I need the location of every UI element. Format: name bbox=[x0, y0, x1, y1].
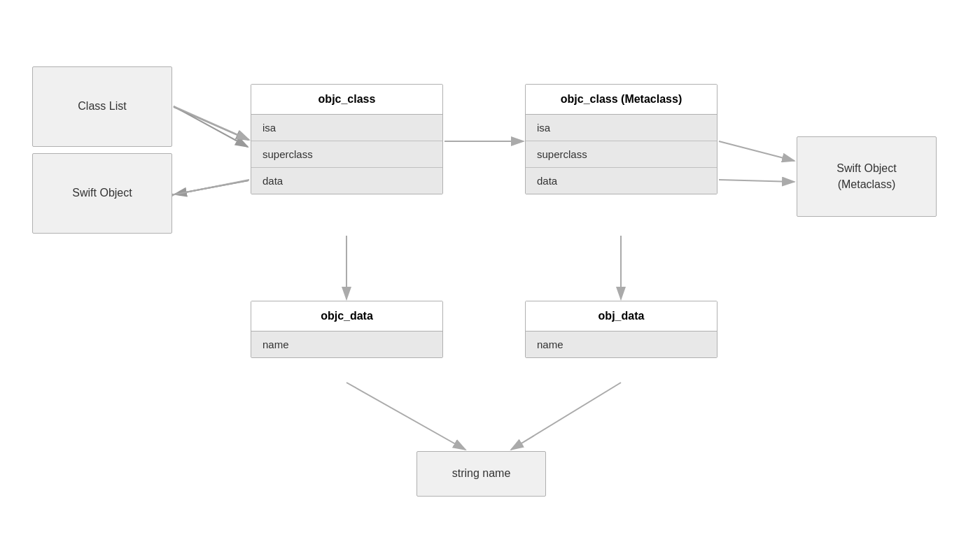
svg-line-4 bbox=[174, 180, 248, 194]
objc-class-meta-box: objc_class (Metaclass) isa superclass da… bbox=[525, 84, 718, 194]
objc-class-meta-row-data: data bbox=[526, 168, 717, 194]
class-list-box: Class List bbox=[32, 66, 172, 147]
diagram-container: Class List Swift Object objc_class isa s… bbox=[0, 0, 980, 556]
swift-object-label: Swift Object bbox=[72, 185, 132, 201]
objc-class-row-isa: isa bbox=[251, 115, 442, 141]
svg-line-3 bbox=[174, 107, 248, 140]
svg-line-8 bbox=[174, 106, 249, 140]
svg-line-12 bbox=[719, 180, 794, 182]
string-name-label: string name bbox=[452, 466, 511, 481]
objc-data-box: objc_data name bbox=[251, 301, 443, 358]
objc-data-title: objc_data bbox=[251, 301, 442, 332]
objc-class-meta-row-superclass: superclass bbox=[526, 141, 717, 168]
objc-class-box: objc_class isa superclass data bbox=[251, 84, 443, 194]
svg-line-2 bbox=[174, 106, 248, 147]
objc-class-row-superclass: superclass bbox=[251, 141, 442, 168]
swift-object-meta-box: Swift Object(Metaclass) bbox=[797, 136, 937, 217]
svg-line-11 bbox=[719, 141, 794, 161]
string-name-box: string name bbox=[416, 451, 546, 497]
swift-object-meta-label: Swift Object(Metaclass) bbox=[836, 161, 896, 192]
swift-object-box: Swift Object bbox=[32, 153, 172, 234]
objc-class-meta-row-isa: isa bbox=[526, 115, 717, 141]
svg-line-5 bbox=[174, 180, 248, 194]
objc-data-row-name: name bbox=[251, 332, 442, 357]
objc-class-title: objc_class bbox=[251, 85, 442, 115]
objc-class-row-data: data bbox=[251, 168, 442, 194]
objc-class-meta-title: objc_class (Metaclass) bbox=[526, 85, 717, 115]
svg-line-15 bbox=[346, 383, 465, 450]
class-list-label: Class List bbox=[78, 99, 126, 114]
svg-line-9 bbox=[175, 180, 249, 194]
obj-data-box: obj_data name bbox=[525, 301, 718, 358]
svg-line-16 bbox=[511, 383, 621, 450]
obj-data-title: obj_data bbox=[526, 301, 717, 332]
obj-data-row-name: name bbox=[526, 332, 717, 357]
